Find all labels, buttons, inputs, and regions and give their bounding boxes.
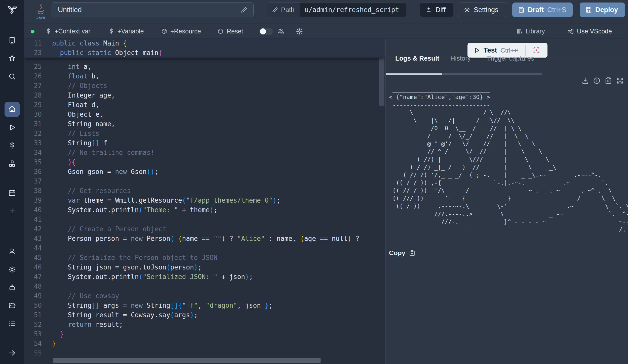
code-line: 38 // Get resources xyxy=(24,186,385,196)
tab-logs-result[interactable]: Logs & Result xyxy=(395,55,439,62)
code-line: 37 xyxy=(24,176,385,186)
library-label: Library xyxy=(526,28,545,35)
use-vscode-label: Use VScode xyxy=(577,28,612,35)
sidebar-item-users-icon[interactable] xyxy=(7,246,17,256)
settings-button[interactable]: Settings xyxy=(458,3,507,17)
reset-label: Reset xyxy=(227,28,243,35)
editor-toolbar: +Context var +Variable +Resource Reset L… xyxy=(24,24,628,38)
sidebar-add-icon[interactable] xyxy=(7,206,17,216)
test-shortcut: Ctrl+↵ xyxy=(501,47,519,54)
code-line: 44 xyxy=(24,243,385,253)
script-title-value: Untitled xyxy=(58,6,82,14)
add-resource-label: +Resource xyxy=(170,28,201,35)
code-line: 42 // Create a Person object xyxy=(24,224,385,234)
sidebar-item-resources-icon[interactable] xyxy=(7,159,17,169)
editor-settings-gear-icon[interactable] xyxy=(296,24,303,38)
cowsay-output: ____________________________ < {"name":"… xyxy=(389,85,628,246)
status-dot xyxy=(31,30,34,33)
add-context-var-label: +Context var xyxy=(55,28,90,35)
favorites-star-icon[interactable] xyxy=(7,53,17,63)
add-context-var-button[interactable]: +Context var xyxy=(45,24,90,38)
windmill-logo-icon[interactable] xyxy=(7,4,17,14)
code-line: 11public class Main { xyxy=(24,38,385,48)
settings-label: Settings xyxy=(474,6,498,14)
code-line: 41 xyxy=(24,215,385,224)
add-variable-label: +Variable xyxy=(117,28,144,35)
code-line: 48 xyxy=(24,282,385,291)
add-resource-button[interactable]: +Resource xyxy=(161,24,201,38)
code-line: 52 return result; xyxy=(24,320,385,329)
code-line: 32 // Lists xyxy=(24,129,385,138)
path-group: Path u/admin/refreshed_script xyxy=(267,2,406,17)
draft-button[interactable]: Draft Ctrl+S xyxy=(512,3,573,17)
sidebar-item-runs-icon[interactable] xyxy=(7,122,17,132)
code-line: 35 ){ xyxy=(24,157,385,167)
code-line: 27 // Objects xyxy=(24,81,385,90)
reset-button[interactable]: Reset xyxy=(217,24,243,38)
sidebar-expand-arrow-icon[interactable] xyxy=(7,348,17,358)
sticky-scroll-lines: 11public class Main {23 public static Ob… xyxy=(24,38,385,58)
code-line: 23 public static Object main( xyxy=(24,48,385,58)
multiplayer-users-icon[interactable] xyxy=(277,24,284,38)
sidebar-item-variables-icon[interactable] xyxy=(7,141,17,151)
sidebar-divider xyxy=(3,83,22,83)
result-info-icon[interactable] xyxy=(593,77,601,84)
expand-result-icon[interactable] xyxy=(616,77,624,84)
path-value: u/admin/refreshed_script xyxy=(305,6,399,14)
code-line: 49 // Use cowsay xyxy=(24,291,385,301)
path-input[interactable]: u/admin/refreshed_script xyxy=(300,3,406,17)
code-line: 30 Object e, xyxy=(24,110,385,119)
code-line: 47 System.out.println("Serialized JSON: … xyxy=(24,272,385,282)
code-line: 53 } xyxy=(24,329,385,339)
java-language-icon: Java xyxy=(35,4,46,20)
code-line: 34 // No trailing commas! xyxy=(24,148,385,157)
toggle-knob xyxy=(260,28,266,34)
deploy-label: Deploy xyxy=(595,6,618,14)
download-result-icon[interactable] xyxy=(581,77,589,84)
edit-title-pencil-icon[interactable] xyxy=(241,7,247,13)
path-edit-button[interactable]: Path xyxy=(267,3,300,17)
sidebar-item-home[interactable] xyxy=(5,102,20,117)
code-line: 55 xyxy=(24,348,385,358)
sidebar-item-folders-icon[interactable] xyxy=(7,301,17,311)
code-line: 54} xyxy=(24,339,385,348)
tab-history[interactable]: History xyxy=(450,55,471,62)
workspace-icon[interactable] xyxy=(7,35,17,45)
code-editor[interactable]: 25 int a,26 float b,27 // Objects28 Inte… xyxy=(24,38,385,364)
diff-button[interactable]: Diff xyxy=(420,3,453,17)
test-result-panel: Test Ctrl+↵ Logs & Result History Trigge… xyxy=(385,38,628,364)
search-icon[interactable] xyxy=(7,71,17,81)
sidebar-item-workers-icon[interactable] xyxy=(7,283,17,293)
copy-label: Copy xyxy=(389,249,405,257)
code-line: 43 Person person = new Person( (name == … xyxy=(24,234,385,243)
editor-horizontal-scrollbar[interactable] xyxy=(53,358,321,363)
sidebar xyxy=(0,0,24,364)
draft-label: Draft xyxy=(528,6,544,14)
tab-trigger-captures[interactable]: Trigger captures xyxy=(487,55,534,62)
code-line: 33 String[] f xyxy=(24,138,385,148)
code-line: 26 float b, xyxy=(24,71,385,81)
copy-result-clipboard-icon[interactable] xyxy=(605,77,612,84)
diff-label: Diff xyxy=(436,6,446,14)
sidebar-item-schedules-icon[interactable] xyxy=(7,188,17,198)
deploy-button[interactable]: Deploy xyxy=(580,3,625,17)
code-line: 39 var theme = Wmill.getResource("f/app_… xyxy=(24,196,385,205)
code-line: 46 String json = gson.toJson(person); xyxy=(24,262,385,272)
code-line: 40 System.out.println("Theme: " + theme)… xyxy=(24,205,385,215)
topbar: Java Untitled Path u/admin/refreshed_scr… xyxy=(24,0,628,24)
diff-mode-toggle[interactable] xyxy=(259,28,273,35)
code-line: 25 int a, xyxy=(24,62,385,71)
code-line: 51 String result = Cowsay.say(args); xyxy=(24,310,385,320)
copy-clipboard-icon xyxy=(409,250,415,256)
sidebar-item-logs-icon[interactable] xyxy=(7,319,17,329)
tab-bar-track xyxy=(442,73,542,75)
script-title-input[interactable]: Untitled xyxy=(52,2,254,17)
code-line: 29 Float d, xyxy=(24,100,385,110)
use-vscode-button[interactable]: Use VScode xyxy=(568,24,612,38)
library-button[interactable]: Library xyxy=(516,24,545,38)
sidebar-item-settings-icon[interactable] xyxy=(7,264,17,275)
copy-result-button[interactable]: Copy xyxy=(389,249,415,257)
add-variable-button[interactable]: +Variable xyxy=(108,24,144,38)
draft-shortcut: Ctrl+S xyxy=(547,6,566,14)
code-line: 50 String[] args = new String[]{"-f", "d… xyxy=(24,301,385,310)
